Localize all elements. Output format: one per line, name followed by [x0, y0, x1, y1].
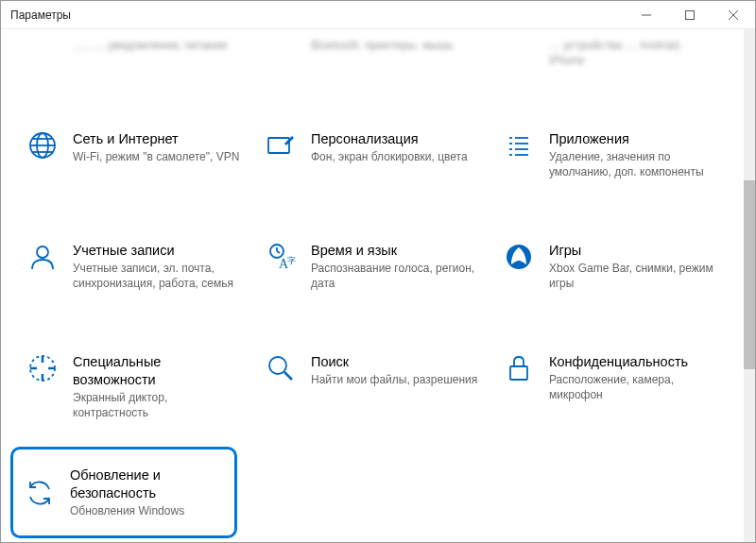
tile-desc: Расположение, камера, микрофон — [549, 373, 719, 402]
tile-desc: Xbox Game Bar, снимки, режим игры — [549, 262, 719, 291]
minimize-button[interactable] — [625, 1, 668, 29]
update-icon — [23, 478, 57, 508]
window-title: Параметры — [1, 8, 71, 22]
window-controls — [625, 1, 755, 29]
scrollbar-thumb[interactable] — [744, 180, 755, 369]
tile-partial[interactable]: …, …, уведомления, питание — [20, 29, 249, 76]
tile-desc: Обновления Windows — [70, 504, 225, 519]
tile-apps[interactable]: ПриложенияУдаление, значения по умолчани… — [496, 123, 725, 187]
svg-text:字: 字 — [287, 256, 296, 265]
svg-point-26 — [269, 357, 286, 374]
tile-accounts[interactable]: Учетные записиУчетные записи, эл. почта,… — [20, 234, 249, 298]
tile-desc: Экранный диктор, контрастность — [73, 391, 243, 420]
tile-search[interactable]: ПоискНайти мои файлы, разрешения — [258, 346, 487, 428]
svg-line-27 — [284, 372, 292, 380]
tile-personalization[interactable]: ПерсонализацияФон, экран блокировки, цве… — [258, 123, 487, 187]
tile-privacy[interactable]: КонфиденциальностьРасположение, камера, … — [496, 346, 725, 428]
svg-line-21 — [277, 251, 280, 253]
svg-point-18 — [37, 246, 48, 258]
tile-title: Игры — [549, 242, 719, 260]
tile-title: Персонализация — [311, 130, 468, 148]
apps-icon — [502, 130, 536, 161]
svg-rect-1 — [686, 10, 695, 19]
tile-partial[interactable]: Bluetooth, принтеры, мышь — [258, 29, 487, 76]
tile-title: Поиск — [311, 353, 477, 371]
tile-desc: …, …, уведомления, питание — [73, 39, 227, 54]
ease-of-access-icon — [26, 353, 60, 383]
tile-desc: Фон, экран блокировки, цвета — [311, 150, 468, 165]
tile-partial[interactable]: … устройства … Android, iPhone — [496, 29, 725, 76]
personalize-icon — [264, 130, 298, 161]
tile-title: Специальные возможности — [73, 353, 243, 389]
tile-desc: Удаление, значения по умолчанию, доп. ко… — [549, 150, 719, 179]
gaming-icon — [502, 242, 536, 272]
tile-network[interactable]: Сеть и ИнтернетWi-Fi, режим "в самолете"… — [20, 123, 249, 187]
globe-icon — [26, 130, 60, 161]
tile-update-security[interactable]: Обновление и безопасностьОбновления Wind… — [10, 447, 237, 538]
tile-title: Время и язык — [311, 242, 481, 260]
tile-title: Конфиденциальность — [549, 353, 719, 371]
tile-desc: Найти мои файлы, разрешения — [311, 373, 477, 388]
svg-rect-9 — [268, 138, 289, 153]
tile-gaming[interactable]: ИгрыXbox Game Bar, снимки, режим игры — [496, 234, 725, 298]
content-area: …, …, уведомления, питание Bluetooth, пр… — [1, 29, 744, 542]
tile-desc: Распознавание голоса, регион, дата — [311, 262, 481, 291]
tile-title: Сеть и Интернет — [73, 130, 239, 148]
tile-title: Учетные записи — [73, 242, 243, 260]
search-icon — [264, 353, 298, 383]
scrollbar-track[interactable] — [744, 29, 755, 542]
maximize-button[interactable] — [668, 1, 712, 29]
tile-title: Обновление и безопасность — [70, 467, 225, 502]
tiles-grid: Сеть и ИнтернетWi-Fi, режим "в самолете"… — [1, 123, 744, 447]
tile-desc: Учетные записи, эл. почта, синхронизация… — [73, 262, 243, 291]
tile-desc: … устройства … Android, iPhone — [549, 39, 719, 68]
partial-row: …, …, уведомления, питание Bluetooth, пр… — [1, 29, 744, 76]
tile-ease-of-access[interactable]: Специальные возможностиЭкранный диктор, … — [20, 346, 249, 428]
time-language-icon: A字 — [264, 242, 298, 272]
tile-desc: Bluetooth, принтеры, мышь — [311, 39, 454, 54]
lock-icon — [502, 353, 536, 383]
tile-desc: Wi-Fi, режим "в самолете", VPN — [73, 150, 239, 165]
close-button[interactable] — [712, 1, 755, 29]
title-bar: Параметры — [1, 1, 755, 29]
tile-time-language[interactable]: A字 Время и языкРаспознавание голоса, рег… — [258, 234, 487, 298]
person-icon — [26, 242, 60, 272]
svg-rect-28 — [510, 366, 527, 380]
tile-title: Приложения — [549, 130, 719, 148]
